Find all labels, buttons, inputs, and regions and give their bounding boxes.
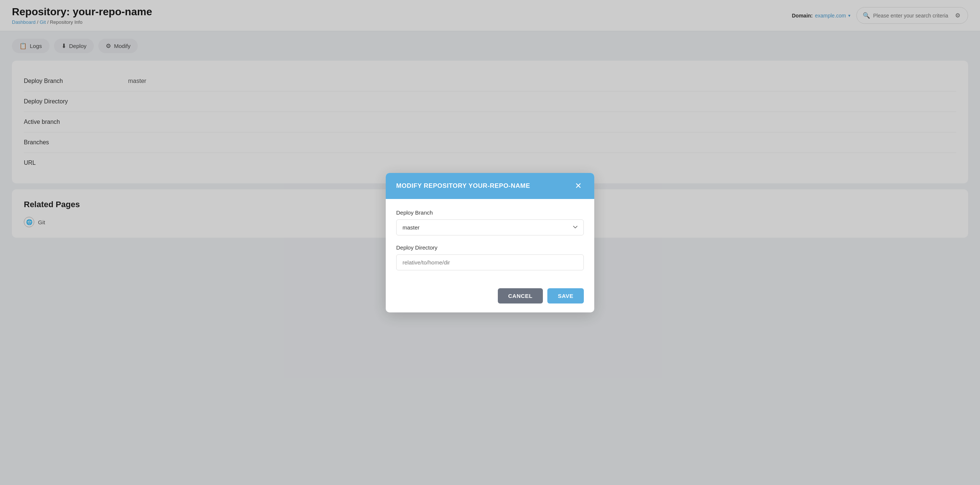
modal-dialog: MODIFY REPOSITORY YOUR-REPO-NAME ✕ Deplo… — [386, 173, 594, 312]
modal-header: MODIFY REPOSITORY YOUR-REPO-NAME ✕ — [386, 173, 594, 199]
deploy-branch-field-label: Deploy Branch — [396, 209, 584, 216]
modal-overlay[interactable]: MODIFY REPOSITORY YOUR-REPO-NAME ✕ Deplo… — [0, 0, 980, 485]
deploy-directory-input[interactable] — [396, 254, 584, 270]
close-icon[interactable]: ✕ — [573, 181, 584, 191]
deploy-directory-field: Deploy Directory — [396, 244, 584, 270]
modal-body: Deploy Branch master Deploy Directory — [386, 199, 594, 288]
deploy-directory-field-label: Deploy Directory — [396, 244, 584, 251]
modal-title: MODIFY REPOSITORY YOUR-REPO-NAME — [396, 182, 530, 190]
save-button[interactable]: SAVE — [547, 288, 584, 303]
modal-footer: CANCEL SAVE — [386, 288, 594, 312]
deploy-branch-field: Deploy Branch master — [396, 209, 584, 235]
deploy-branch-select[interactable]: master — [396, 219, 584, 235]
cancel-button[interactable]: CANCEL — [498, 288, 543, 303]
